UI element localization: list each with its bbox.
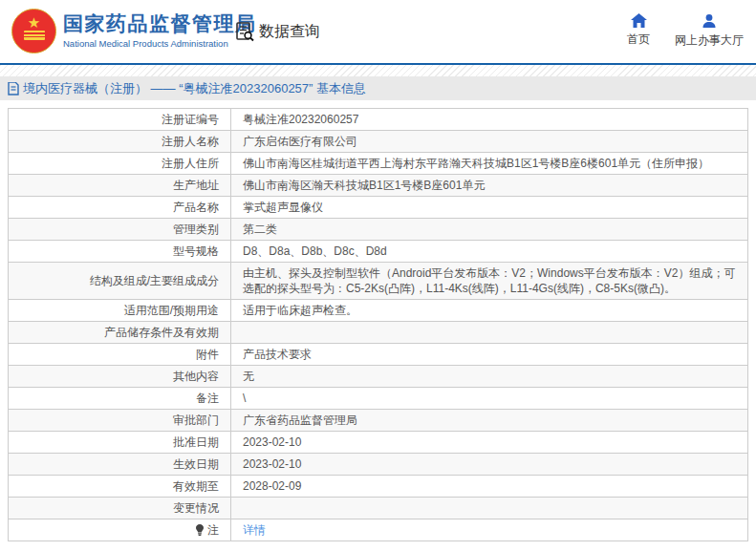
field-value [231, 322, 748, 344]
field-label: 注册人名称 [9, 131, 231, 153]
field-label: 生产地址 [9, 175, 231, 197]
data-query-nav[interactable]: 数据查询 [234, 21, 320, 42]
field-label: 适用范围/预期用途 [9, 300, 231, 322]
table-row: 注册证编号粤械注准20232060257 [9, 109, 748, 131]
person-icon [702, 13, 717, 29]
field-value: 适用于临床超声检查。 [231, 300, 748, 322]
table-row: 管理类别第二类 [9, 219, 748, 241]
table-row: 生效日期2023-02-10 [9, 454, 748, 476]
field-label: 注 [9, 519, 231, 541]
field-value: 2023-02-10 [231, 454, 748, 476]
field-label: 产品储存条件及有效期 [9, 322, 231, 344]
table-row: 变更情况 [9, 498, 748, 519]
emblem-star-icon: ★ [28, 16, 40, 29]
breadcrumb: 境内医疗器械（注册） —— “粤械注准20232060257” 基本信息 [0, 76, 756, 100]
detail-link[interactable]: 详情 [243, 523, 266, 537]
field-label: 有效期至 [9, 476, 231, 498]
table-row: 型号规格D8、D8a、D8b、D8c、D8d [9, 241, 748, 263]
field-value: 2023-02-10 [231, 432, 748, 454]
table-row: 产品名称掌式超声显像仪 [9, 197, 748, 219]
table-row: 其他内容无 [9, 366, 748, 388]
emblem-gate-icon [24, 31, 45, 40]
field-value: 掌式超声显像仪 [231, 197, 748, 219]
site-title-english: National Medical Products Administration [63, 38, 257, 49]
spacer [0, 100, 756, 108]
field-label: 批准日期 [9, 432, 231, 454]
field-label: 附件 [9, 344, 231, 366]
field-label: 产品名称 [9, 197, 231, 219]
table-row: 审批部门广东省药品监督管理局 [9, 410, 748, 432]
field-value: 由主机、探头及控制型软件（Android平台发布版本：V2；Windows平台发… [231, 263, 748, 300]
table-row: 注详情 [9, 519, 748, 541]
field-value: 佛山市南海区桂城街道平西上海村东平路瀚天科技城B1区1号楼B座6楼601单元（住… [231, 153, 748, 175]
field-value: 佛山市南海区瀚天科技城B1区1号楼B座601单元 [231, 175, 748, 197]
table-row: 结构及组成/主要组成成分由主机、探头及控制型软件（Android平台发布版本：V… [9, 263, 748, 300]
service-hall-nav[interactable]: 网上办事大厅 [671, 13, 747, 49]
home-nav[interactable]: 首页 [619, 13, 658, 48]
table-row: 生产地址佛山市南海区瀚天科技城B1区1号楼B座601单元 [9, 175, 748, 197]
table-row: 备注\ [9, 388, 748, 410]
table-row: 有效期至2028-02-09 [9, 476, 748, 498]
field-value: 详情 [231, 519, 748, 541]
field-value: 粤械注准20232060257 [231, 109, 748, 131]
field-label: 结构及组成/主要组成成分 [9, 263, 231, 300]
field-label: 管理类别 [9, 219, 231, 241]
document-search-icon [234, 21, 255, 42]
site-header: ★ 国家药品监督管理局 National Medical Products Ad… [0, 0, 756, 63]
field-value: \ [231, 388, 748, 410]
field-label: 生效日期 [9, 454, 231, 476]
field-value: 第二类 [231, 219, 748, 241]
field-value: D8、D8a、D8b、D8c、D8d [231, 241, 748, 263]
home-icon [631, 13, 647, 28]
field-label: 备注 [9, 388, 231, 410]
table-row: 注册人名称广东启佑医疗有限公司 [9, 131, 748, 153]
field-label: 注册人住所 [9, 153, 231, 175]
national-emblem-logo: ★ [11, 9, 56, 53]
note-lightbulb-icon [195, 524, 205, 536]
field-label: 型号规格 [9, 241, 231, 263]
table-row: 产品储存条件及有效期 [9, 322, 748, 344]
page-icon [8, 82, 19, 95]
site-title: 国家药品监督管理局 [63, 12, 257, 35]
table-row: 附件产品技术要求 [9, 344, 748, 366]
info-table-body: 注册证编号粤械注准20232060257注册人名称广东启佑医疗有限公司注册人住所… [9, 109, 748, 541]
data-query-label: 数据查询 [259, 22, 320, 42]
breadcrumb-text: 境内医疗器械（注册） —— “粤械注准20232060257” 基本信息 [23, 80, 366, 97]
table-row: 适用范围/预期用途适用于临床超声检查。 [9, 300, 748, 322]
field-value [231, 498, 748, 519]
field-label: 变更情况 [9, 498, 231, 519]
field-label: 注册证编号 [9, 109, 231, 131]
field-value: 广东启佑医疗有限公司 [231, 131, 748, 153]
field-value: 广东省药品监督管理局 [231, 410, 748, 432]
table-row: 批准日期2023-02-10 [9, 432, 748, 454]
field-value: 产品技术要求 [231, 344, 748, 366]
field-label: 审批部门 [9, 410, 231, 432]
home-label: 首页 [627, 32, 650, 48]
table-row: 注册人住所佛山市南海区桂城街道平西上海村东平路瀚天科技城B1区1号楼B座6楼60… [9, 153, 748, 175]
site-title-block: 国家药品监督管理局 National Medical Products Admi… [63, 12, 257, 49]
field-label: 其他内容 [9, 366, 231, 388]
service-hall-label: 网上办事大厅 [675, 32, 744, 49]
registration-info-table: 注册证编号粤械注准20232060257注册人名称广东启佑医疗有限公司注册人住所… [8, 108, 748, 541]
texture-strip [0, 65, 756, 76]
field-value: 2028-02-09 [231, 476, 748, 498]
field-value: 无 [231, 366, 748, 388]
